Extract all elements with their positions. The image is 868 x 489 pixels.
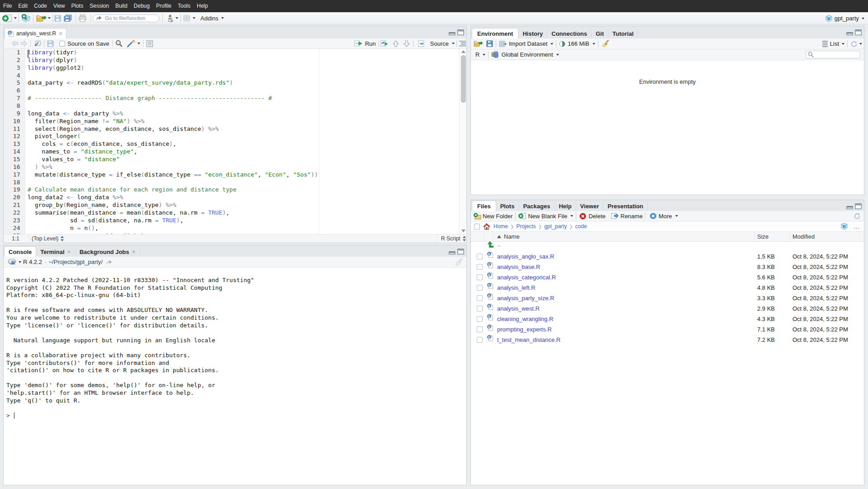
file-row[interactable]: Ranalysis_left.R4.8 KBOct 8, 2024, 5:22 …: [471, 283, 864, 293]
breadcrumb-gpt-party[interactable]: gpt_party: [544, 223, 567, 230]
breadcrumb-projects[interactable]: Projects: [516, 223, 536, 230]
file-name-link[interactable]: analysis_left.R: [497, 284, 536, 291]
file-row[interactable]: Rprompting_experts.R7.1 KBOct 8, 2024, 5…: [471, 324, 864, 335]
sort-by-modified[interactable]: Modified: [792, 233, 815, 240]
open-in-new-window-icon[interactable]: [33, 40, 41, 47]
environment-scope-button[interactable]: Global Environment: [501, 51, 553, 58]
tab-tutorial[interactable]: Tutorial: [608, 29, 638, 38]
sort-by-name[interactable]: Name: [497, 233, 520, 240]
editor-tab-close-icon[interactable]: ×: [59, 30, 62, 37]
r-version-caret[interactable]: [19, 261, 21, 263]
file-checkbox[interactable]: [477, 285, 483, 291]
menu-code[interactable]: Code: [31, 0, 50, 12]
more-breadcrumb-button[interactable]: ...: [854, 223, 860, 230]
file-row[interactable]: Ranalysis_base.R8.3 KBOct 8, 2024, 5:22 …: [471, 262, 864, 272]
code-tools-caret[interactable]: [138, 43, 140, 44]
save-workspace-icon[interactable]: [486, 40, 493, 47]
select-all-checkbox[interactable]: [474, 224, 480, 230]
find-replace-icon[interactable]: [115, 40, 123, 47]
file-checkbox[interactable]: [477, 274, 483, 280]
minimize-icon[interactable]: [846, 203, 853, 209]
editor-tab-analysis-west[interactable]: R analysis_west.R ×: [5, 28, 66, 38]
home-icon[interactable]: [483, 223, 490, 230]
file-checkbox[interactable]: [477, 326, 483, 332]
editor-scrollbar[interactable]: [459, 49, 466, 234]
file-name-link[interactable]: prompting_experts.R: [497, 326, 552, 333]
goto-directory-icon[interactable]: [105, 259, 112, 265]
maximize-icon[interactable]: [457, 249, 464, 254]
save-all-icon[interactable]: [64, 14, 72, 22]
import-dataset-caret[interactable]: [550, 43, 553, 45]
go-previous-section-icon[interactable]: [393, 40, 399, 47]
file-row[interactable]: Rcleaning_wrangling.R4.3 KBOct 8, 2024, …: [471, 314, 864, 324]
tab-terminal[interactable]: Terminal×: [36, 247, 75, 257]
clear-workspace-icon[interactable]: [601, 40, 609, 48]
load-workspace-icon[interactable]: [474, 40, 483, 47]
menu-build[interactable]: Build: [112, 0, 131, 12]
refresh-icon[interactable]: [850, 41, 857, 47]
tab-history[interactable]: History: [518, 29, 547, 38]
file-row[interactable]: Ranalysis_party_size.R3.3 KBOct 8, 2024,…: [471, 293, 864, 303]
language-caret[interactable]: [483, 54, 485, 56]
menu-session[interactable]: Session: [86, 0, 112, 12]
tab-environment[interactable]: Environment: [472, 28, 518, 38]
delete-button[interactable]: Delete: [588, 213, 606, 220]
file-name-link[interactable]: t_test_mean_distance.R: [497, 336, 560, 343]
more-caret[interactable]: [675, 215, 678, 217]
menu-view[interactable]: View: [50, 0, 68, 12]
project-menu-button[interactable]: R gpt_party: [825, 12, 864, 24]
refresh-caret[interactable]: [859, 43, 862, 45]
go-next-section-icon[interactable]: [403, 40, 410, 47]
file-checkbox[interactable]: [477, 306, 483, 312]
tab-plots[interactable]: Plots: [496, 201, 519, 211]
file-checkbox[interactable]: [477, 337, 483, 343]
updir-row[interactable]: ..: [471, 241, 864, 251]
new-file-caret[interactable]: [14, 17, 17, 19]
goto-file-input[interactable]: Go to file/function: [93, 14, 159, 22]
file-checkbox[interactable]: [477, 264, 483, 270]
new-project-icon[interactable]: R: [21, 14, 31, 22]
new-file-icon[interactable]: [2, 14, 12, 22]
menu-help[interactable]: Help: [194, 0, 211, 12]
project-menu-caret[interactable]: [862, 18, 864, 19]
menu-profile[interactable]: Profile: [153, 0, 175, 12]
version-control-icon[interactable]: [167, 14, 173, 22]
environment-scope-caret[interactable]: [556, 54, 559, 56]
terminal-close-icon[interactable]: ×: [67, 248, 71, 255]
back-icon[interactable]: [11, 40, 19, 47]
new-folder-button[interactable]: New Folder: [483, 213, 512, 220]
new-blank-file-caret[interactable]: [570, 215, 573, 217]
file-checkbox[interactable]: [477, 295, 483, 301]
document-outline-icon[interactable]: [459, 40, 466, 47]
file-row[interactable]: Ranalysis_categorical.R5.6 KBOct 8, 2024…: [471, 272, 864, 283]
r-project-badge-icon[interactable]: R: [841, 223, 848, 230]
minimize-icon[interactable]: [846, 29, 853, 35]
file-row[interactable]: Ranalysis_anglo_sax.R1.5 KBOct 8, 2024, …: [471, 251, 864, 262]
tab-connections[interactable]: Connections: [547, 29, 592, 38]
minimize-icon[interactable]: [449, 249, 455, 254]
tab-help[interactable]: Help: [555, 201, 576, 211]
tab-background-jobs[interactable]: Background Jobs×: [76, 247, 140, 257]
minimize-icon[interactable]: [449, 29, 455, 35]
file-name-link[interactable]: analysis_west.R: [497, 305, 540, 312]
source-on-save-checkbox[interactable]: [59, 41, 65, 47]
memory-usage-caret[interactable]: [593, 43, 595, 45]
scope-indicator[interactable]: (Top Level): [32, 235, 58, 242]
tab-git[interactable]: Git: [592, 29, 608, 38]
workspace-panes-caret[interactable]: [193, 17, 195, 19]
workspace-panes-icon[interactable]: [183, 15, 190, 21]
background-jobs-close-icon[interactable]: ×: [132, 248, 136, 255]
compile-report-icon[interactable]: [146, 40, 153, 47]
console-output[interactable]: R version 4.2.2 Patched (2022-11-10 r833…: [4, 268, 466, 485]
rerun-icon[interactable]: [380, 40, 389, 47]
file-name-link[interactable]: analysis_party_size.R: [497, 295, 554, 302]
open-file-icon[interactable]: [36, 14, 47, 22]
file-name-link[interactable]: cleaning_wrangling.R: [497, 316, 553, 322]
save-current-icon[interactable]: [47, 40, 54, 47]
print-icon[interactable]: [78, 14, 87, 22]
updir-link[interactable]: ..: [497, 241, 500, 248]
menu-tools[interactable]: Tools: [175, 0, 194, 12]
environment-search-input[interactable]: [806, 51, 860, 58]
addins-caret[interactable]: [221, 17, 224, 19]
file-row[interactable]: Ranalysis_west.R2.9 KBOct 8, 2024, 5:22 …: [471, 303, 864, 314]
